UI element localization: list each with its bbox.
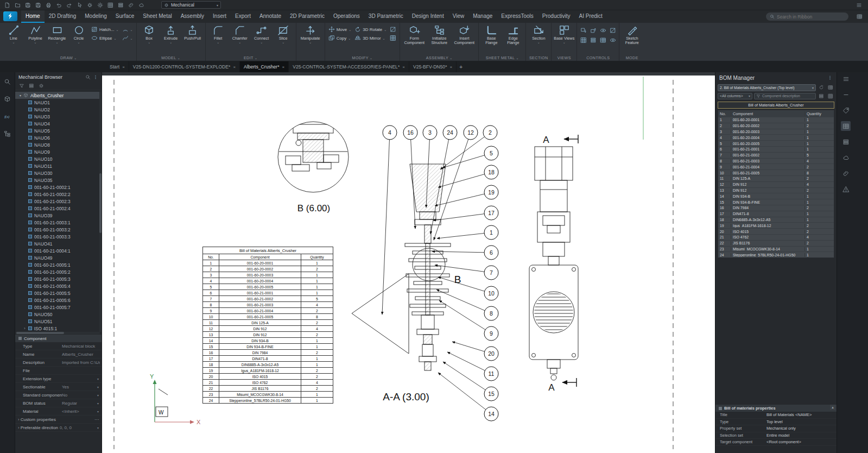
quickbar-icon[interactable] <box>65 1 74 9</box>
ribbon-button[interactable]: Sketch Feature⌄ <box>621 23 643 46</box>
ribbon-button[interactable]: Move⌄ <box>327 25 353 34</box>
tree-item[interactable]: NAUO49 <box>15 254 100 261</box>
ribbon-tab[interactable]: Assembly <box>176 10 208 23</box>
ribbon-tab[interactable]: Productivity <box>538 10 575 23</box>
tree-item[interactable]: NAUO35 <box>15 177 100 184</box>
tree-item[interactable]: NAUO5 <box>15 127 100 134</box>
left-strip-icon[interactable] <box>3 111 12 121</box>
ribbon-button[interactable]: Polyline⌄ <box>24 23 46 44</box>
sort-button[interactable] <box>827 92 834 99</box>
tree-item[interactable]: NAUO4 <box>15 120 100 127</box>
layers-icon[interactable] <box>29 83 34 89</box>
tree-root-item[interactable]: ▾ Alberts_Crusher <box>15 92 100 99</box>
property-value[interactable]: <Root component> <box>766 439 835 444</box>
document-tab[interactable]: V25-BFV-DN50*× <box>409 61 457 72</box>
right-strip-icon[interactable] <box>841 184 851 194</box>
property-value[interactable]: Yes <box>62 385 96 389</box>
ribbon-icon-button[interactable]: ⌄ <box>121 34 135 42</box>
ribbon-button[interactable]: Copy⌄ <box>327 34 353 42</box>
document-tab[interactable]: V25-DN1200-CONTROL-SYSTEM-EXPLODE*× <box>129 61 240 72</box>
left-strip-icon[interactable] <box>3 129 12 139</box>
quickbar-icon[interactable] <box>85 1 94 9</box>
document-tab[interactable]: V25-CONTROL-SYSTEM-ACCESSORIES-PANEL*× <box>289 61 409 72</box>
bom-grid-row[interactable]: 7 001-60-21-0002 5 <box>718 152 834 158</box>
bom-grid-row[interactable]: 16 DIN 7984 2 <box>718 205 834 211</box>
bom-grid-row[interactable]: 24 Stepperonline_57BLR50-24-01-HG50 1 <box>718 251 834 257</box>
quickbar-icon[interactable] <box>137 1 146 9</box>
bom-grid-row[interactable]: 12 DIN 912 4 <box>718 181 834 187</box>
component-filter-input[interactable]: Component description <box>754 93 816 99</box>
property-value[interactable]: Imported from C:\Us <box>62 360 100 365</box>
bom-selector-dropdown[interactable]: 2. Bill of Materials Alberts_Crusher (To… <box>718 84 816 91</box>
right-strip-icon[interactable] <box>841 121 851 131</box>
ribbon-tab[interactable]: Insert <box>208 10 231 23</box>
ribbon-button[interactable]: Ellipse⌄ <box>90 34 121 42</box>
ribbon-button[interactable]: Box⌄ <box>138 23 160 44</box>
tree-item[interactable]: NAUO39 <box>15 212 100 219</box>
ribbon-search-input[interactable] <box>777 14 845 20</box>
ribbon-tab[interactable]: AI Predict <box>575 10 607 23</box>
window-menu-icon[interactable] <box>854 1 864 9</box>
bom-grid-row[interactable]: 8 001-60-21-0003 4 <box>718 158 834 164</box>
table-settings-button[interactable] <box>827 84 834 91</box>
tree-item[interactable]: 001-60-21-0002:4 <box>15 205 100 212</box>
ribbon-button[interactable]: Push/Pull⌄ <box>182 23 204 44</box>
bom-grid-row[interactable]: 3 001-60-20-0003 1 <box>718 129 834 135</box>
filter-icon[interactable] <box>19 83 24 89</box>
ribbon-icon-button[interactable]: ⌄ <box>121 25 135 34</box>
tree-item[interactable]: 001-60-21-0005:6 <box>15 297 100 304</box>
ribbon-button[interactable]: Manipulate⌄ <box>298 23 323 44</box>
quickbar-icon[interactable] <box>126 1 136 9</box>
quickbar-icon[interactable] <box>3 1 12 9</box>
ribbon-icon-button[interactable] <box>579 26 588 35</box>
quickbar-icon[interactable] <box>54 1 64 9</box>
ribbon-icon-button[interactable] <box>388 34 398 42</box>
tree-item[interactable]: NAUO50 <box>15 311 100 318</box>
ribbon-button[interactable]: Fillet⌄ <box>207 23 229 44</box>
tree-item[interactable]: NAUO1 <box>15 99 100 106</box>
bom-grid-row[interactable]: 22 JIS B1176 2 <box>718 240 834 246</box>
chevron-down-icon[interactable]: ▾ <box>96 401 100 405</box>
close-icon[interactable]: × <box>282 65 285 70</box>
tree-item[interactable]: 001-60-21-0003:2 <box>15 226 100 233</box>
quickbar-icon[interactable] <box>23 1 33 9</box>
tree-item[interactable]: 001-60-21-0005:3 <box>15 275 100 282</box>
settings-icon[interactable] <box>39 83 44 89</box>
tree-item[interactable]: 001-60-21-0004:1 <box>15 247 100 254</box>
bom-grid-row[interactable]: 2 001-60-20-0002 2 <box>718 123 834 129</box>
close-icon[interactable]: × <box>233 65 236 70</box>
bom-grid-row[interactable]: 11 DIN 125-A 2 <box>718 175 834 181</box>
ribbon-button[interactable]: Connect⌄ <box>251 23 273 44</box>
property-value[interactable]: Top level <box>766 419 835 424</box>
right-strip-icon[interactable] <box>841 90 851 99</box>
ribbon-icon-button[interactable] <box>588 26 598 35</box>
quickbar-icon[interactable] <box>116 1 125 9</box>
ribbon-group-label[interactable]: DRAW⌄ <box>3 54 135 61</box>
quickbar-icon[interactable] <box>13 1 22 9</box>
tree-item[interactable]: 001-60-21-0002:3 <box>15 198 100 205</box>
right-strip-icon[interactable] <box>841 137 851 147</box>
tree-item[interactable]: 001-60-21-0003:1 <box>15 219 100 226</box>
quickbar-icon[interactable] <box>106 1 115 9</box>
search-icon[interactable] <box>85 74 91 80</box>
ribbon-tab[interactable]: Surface <box>111 10 138 23</box>
tree-item[interactable]: NAUO41 <box>15 240 100 247</box>
tree-scrollbar[interactable] <box>99 92 102 332</box>
bom-grid-row[interactable]: 4 001-60-20-0004 1 <box>718 134 834 140</box>
chevron-down-icon[interactable]: ▾ <box>96 377 100 381</box>
tree-item[interactable]: NAUO9 <box>15 148 100 155</box>
tree-item[interactable]: 001-60-21-0005:5 <box>15 290 100 297</box>
ribbon-group-label[interactable]: SHEET METAL⌄ <box>480 54 524 61</box>
ribbon-icon-button[interactable] <box>598 35 607 45</box>
property-value[interactable]: <Inherit> <box>62 409 96 414</box>
bom-grid-row[interactable]: 19 Igus_A181FM-1618-12 2 <box>718 222 834 228</box>
drawing-canvas[interactable]: B (6.00) <box>102 72 715 453</box>
ribbon-button[interactable]: 3D Mirror⌄ <box>353 34 388 42</box>
ribbon-button[interactable]: Edge Flange⌄ <box>502 23 524 46</box>
quickbar-icon[interactable] <box>44 1 53 9</box>
ribbon-button[interactable]: Slice⌄ <box>273 23 294 44</box>
ellipsis-button[interactable]: ⋯ <box>94 417 100 422</box>
tree-item[interactable]: NAUO3 <box>15 113 100 120</box>
bom-grid-row[interactable]: 21 ISO 4762 4 <box>718 234 834 240</box>
bom-grid-row[interactable]: 15 DIN 934-B-FINE 1 <box>718 199 834 205</box>
